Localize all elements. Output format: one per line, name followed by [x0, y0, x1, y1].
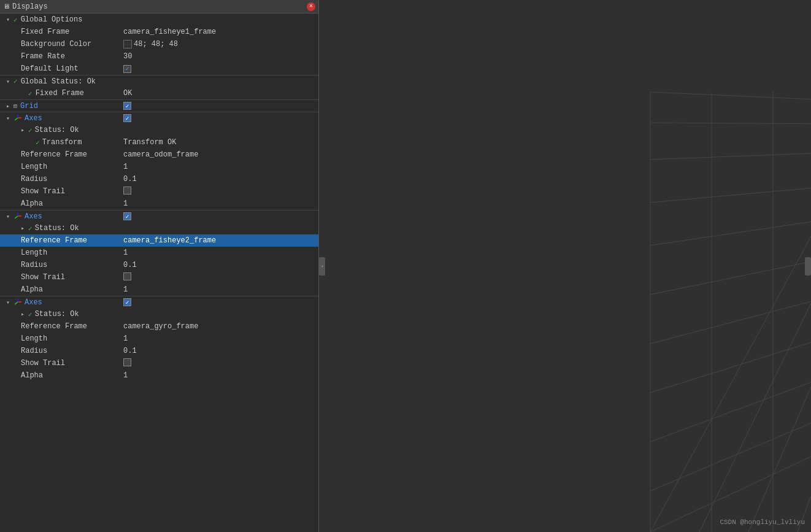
axes1-alpha-row[interactable]: Alpha 1	[0, 198, 318, 210]
grid-icon: ⊞	[13, 102, 17, 110]
svg-line-17	[650, 141, 811, 160]
axes3-length-value[interactable]: 1	[121, 334, 317, 343]
axes3-showtrail-value[interactable]	[121, 358, 317, 369]
axes3-checkbox[interactable]	[123, 298, 131, 306]
axes2-refframe-value[interactable]: camera_fisheye2_frame	[121, 236, 317, 245]
svg-line-12	[650, 242, 811, 393]
axes2-showtrail-row[interactable]: Show Trail	[0, 271, 318, 283]
axes2-length-label: Length	[21, 249, 47, 257]
axes3-row[interactable]: ▾ Axes	[0, 296, 318, 308]
grid-checkbox-cell[interactable]	[121, 102, 317, 110]
axes1-showtrail-checkbox[interactable]	[123, 187, 131, 195]
axes1-radius-value[interactable]: 0.1	[121, 175, 317, 183]
axes3-status-row[interactable]: ▸ ✓ Status: Ok	[0, 308, 318, 320]
axes1-length-value[interactable]: 1	[121, 163, 317, 171]
default-light-row[interactable]: Default Light	[0, 63, 318, 75]
axes1-showtrail-value[interactable]	[121, 187, 317, 197]
axes3-refframe-value[interactable]: camera_gyro_frame	[121, 322, 317, 331]
grid-checkbox[interactable]	[123, 102, 131, 110]
grid-label: Grid	[20, 102, 38, 110]
axes3-refframe-row[interactable]: Reference Frame camera_gyro_frame	[0, 320, 318, 333]
axes3-alpha-value[interactable]: 1	[121, 371, 317, 380]
tree-container: ▾ ✓ Global Options Fixed Frame camera_fi…	[0, 13, 318, 532]
axes2-refframe-row[interactable]: Reference Frame camera_fisheye2_frame	[0, 234, 318, 247]
resize-handle-right[interactable]	[805, 257, 811, 276]
axes1-radius-row[interactable]: Radius 0.1	[0, 173, 318, 185]
axes1-transform-row[interactable]: ✓ Transform Transform OK	[0, 136, 318, 148]
svg-line-31	[748, 92, 811, 532]
frame-rate-row[interactable]: Frame Rate 30	[0, 50, 318, 63]
axes2-alpha-value[interactable]: 1	[121, 285, 317, 294]
axes3-showtrail-checkbox[interactable]	[123, 358, 131, 366]
grid-expand[interactable]: ▸	[6, 102, 12, 110]
axes1-status-check-icon: ✓	[28, 126, 33, 134]
axes1-refframe-row[interactable]: Reference Frame camera_odom_frame	[0, 148, 318, 161]
axes2-status-label: Status: Ok	[35, 224, 79, 233]
default-light-label: Default Light	[21, 64, 79, 73]
axes2-status-expand[interactable]: ▸	[21, 225, 27, 232]
axes3-expand[interactable]: ▾	[6, 299, 12, 306]
global-status-ff-value: OK	[121, 89, 317, 98]
axes1-row[interactable]: ▾ Axes	[0, 112, 318, 124]
axes3-radius-row[interactable]: Radius 0.1	[0, 345, 318, 357]
axes3-showtrail-row[interactable]: Show Trail	[0, 357, 318, 369]
axes2-radius-row[interactable]: Radius 0.1	[0, 259, 318, 271]
axes1-status-row[interactable]: ▸ ✓ Status: Ok	[0, 124, 318, 136]
axes1-refframe-value[interactable]: camera_odom_frame	[121, 150, 317, 159]
axes1-alpha-value[interactable]: 1	[121, 199, 317, 208]
global-status-row[interactable]: ▾ ✓ Global Status: Ok	[0, 75, 318, 87]
axes2-expand[interactable]: ▾	[6, 213, 12, 220]
axes2-showtrail-checkbox[interactable]	[123, 272, 131, 280]
axes1-checkbox-cell[interactable]	[121, 114, 317, 123]
axes3-checkbox-cell[interactable]	[121, 298, 317, 307]
axes3-showtrail-label: Show Trail	[21, 359, 65, 368]
axes2-alpha-row[interactable]: Alpha 1	[0, 283, 318, 296]
axes1-status-label: Status: Ok	[35, 126, 79, 134]
axes1-transform-check-icon: ✓	[36, 139, 40, 147]
axes1-showtrail-row[interactable]: Show Trail	[0, 185, 318, 198]
axes2-status-row[interactable]: ▸ ✓ Status: Ok	[0, 222, 318, 234]
default-light-value[interactable]	[121, 64, 317, 73]
axes2-showtrail-value[interactable]	[121, 272, 317, 283]
default-light-checkbox[interactable]	[123, 65, 131, 73]
background-color-swatch	[123, 40, 132, 48]
axes3-alpha-row[interactable]: Alpha 1	[0, 369, 318, 382]
viewport[interactable]: ◂ .gl { stroke: #4a4a4a; stroke-width: 0…	[319, 0, 811, 532]
axes2-radius-value[interactable]: 0.1	[121, 261, 317, 269]
svg-line-32	[798, 92, 811, 532]
axes3-radius-value[interactable]: 0.1	[121, 347, 317, 355]
axes2-length-row[interactable]: Length 1	[0, 247, 318, 259]
global-status-fixed-frame-row[interactable]: ✓ Fixed Frame OK	[0, 87, 318, 99]
grid-row[interactable]: ▸ ⊞ Grid	[0, 99, 318, 112]
axes3-status-expand[interactable]: ▸	[21, 310, 27, 318]
global-options-row[interactable]: ▾ ✓ Global Options	[0, 13, 318, 26]
axes2-length-value[interactable]: 1	[121, 249, 317, 257]
panel-close-button[interactable]: ×	[307, 2, 315, 11]
background-color-label: Background Color	[21, 40, 91, 48]
axes1-length-row[interactable]: Length 1	[0, 161, 318, 173]
background-color-text: 48; 48; 48	[134, 40, 178, 48]
axes1-checkbox[interactable]	[123, 114, 131, 122]
frame-rate-value[interactable]: 30	[121, 52, 317, 61]
grid-canvas: .gl { stroke: #4a4a4a; stroke-width: 0.8…	[319, 0, 811, 532]
axes2-checkbox[interactable]	[123, 212, 131, 220]
fixed-frame-value[interactable]: camera_fisheye1_frame	[121, 28, 317, 36]
panel-title-bar: 🖥 Displays ×	[0, 0, 318, 13]
global-status-expand[interactable]: ▾	[6, 78, 12, 85]
background-color-value[interactable]: 48; 48; 48	[121, 40, 317, 48]
svg-line-29	[650, 92, 811, 532]
svg-line-10	[650, 288, 811, 491]
global-options-expand[interactable]: ▾	[6, 16, 12, 23]
axes2-row[interactable]: ▾ Axes	[0, 210, 318, 222]
background-color-row[interactable]: Background Color 48; 48; 48	[0, 38, 318, 50]
axes3-length-row[interactable]: Length 1	[0, 333, 318, 345]
axes3-length-label: Length	[21, 334, 47, 343]
left-panel: 🖥 Displays × ▾ ✓ Global Options Fixed Fr…	[0, 0, 319, 532]
axes2-checkbox-cell[interactable]	[121, 212, 317, 221]
axes3-label: Axes	[25, 298, 42, 307]
axes2-radius-label: Radius	[21, 261, 47, 269]
axes3-icon	[13, 298, 22, 307]
axes1-status-expand[interactable]: ▸	[21, 126, 27, 134]
axes1-expand[interactable]: ▾	[6, 115, 12, 122]
fixed-frame-row[interactable]: Fixed Frame camera_fisheye1_frame	[0, 26, 318, 38]
